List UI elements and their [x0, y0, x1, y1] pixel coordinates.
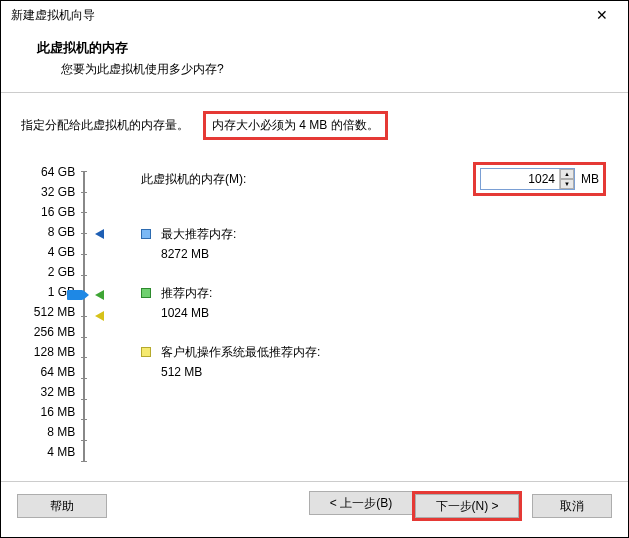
close-button[interactable]: ✕: [584, 3, 620, 27]
right-column: 此虚拟机的内存(M): ▲ ▼ MB: [141, 162, 608, 462]
min-rec-value: 512 MB: [161, 365, 320, 379]
ruler-label: 32 GB: [21, 182, 75, 202]
ruler-label: 16 GB: [21, 202, 75, 222]
ruler-label: 16 MB: [21, 402, 75, 422]
max-marker-icon: [95, 229, 104, 239]
next-button[interactable]: 下一步(N) >: [415, 494, 519, 518]
max-rec-text: 最大推荐内存: 8272 MB: [161, 226, 236, 261]
rec-marker-icon: [95, 290, 104, 300]
ruler-label: 32 MB: [21, 382, 75, 402]
footer: 帮助 < 上一步(B) 下一步(N) > 取消: [1, 481, 628, 537]
next-button-highlight: 下一步(N) >: [412, 491, 522, 521]
max-rec-label: 最大推荐内存:: [161, 226, 236, 243]
memory-unit-label: MB: [581, 172, 599, 186]
ruler-label: 256 MB: [21, 322, 75, 342]
ruler-label: 64 MB: [21, 362, 75, 382]
memory-input[interactable]: [481, 169, 559, 189]
memory-spinner: ▲ ▼: [559, 169, 574, 189]
ruler-label: 4 MB: [21, 442, 75, 462]
instruction-prefix: 指定分配给此虚拟机的内存量。: [21, 117, 189, 134]
instruction-highlight: 内存大小必须为 4 MB 的倍数。: [203, 111, 388, 140]
content-area: 指定分配给此虚拟机的内存量。 内存大小必须为 4 MB 的倍数。 64 GB 3…: [1, 93, 628, 473]
cancel-button[interactable]: 取消: [532, 494, 612, 518]
footer-right: < 上一步(B) 下一步(N) > 取消: [309, 491, 612, 521]
green-box-icon: [141, 288, 151, 298]
rec-rec-text: 推荐内存: 1024 MB: [161, 285, 212, 320]
ruler-label: 64 GB: [21, 162, 75, 182]
ruler-label: 512 MB: [21, 302, 75, 322]
rec-rec-label: 推荐内存:: [161, 285, 212, 302]
instruction-row: 指定分配给此虚拟机的内存量。 内存大小必须为 4 MB 的倍数。: [21, 111, 608, 140]
max-recommendation: 最大推荐内存: 8272 MB: [141, 226, 608, 261]
help-button[interactable]: 帮助: [17, 494, 107, 518]
main-area: 64 GB 32 GB 16 GB 8 GB 4 GB 2 GB 1 GB 51…: [21, 162, 608, 462]
ruler-label: 8 MB: [21, 422, 75, 442]
ruler-label: 4 GB: [21, 242, 75, 262]
ruler-label: 128 MB: [21, 342, 75, 362]
memory-input-highlight: ▲ ▼ MB: [473, 162, 606, 196]
slider-thumb[interactable]: [67, 290, 83, 300]
max-rec-value: 8272 MB: [161, 247, 236, 261]
ruler-labels: 64 GB 32 GB 16 GB 8 GB 4 GB 2 GB 1 GB 51…: [21, 162, 75, 452]
min-marker-icon: [95, 311, 104, 321]
spin-down-button[interactable]: ▼: [560, 179, 574, 189]
rec-recommendation: 推荐内存: 1024 MB: [141, 285, 608, 320]
spin-up-button[interactable]: ▲: [560, 169, 574, 179]
nav-buttons: < 上一步(B) 下一步(N) >: [309, 491, 522, 521]
ruler-label: 8 GB: [21, 222, 75, 242]
window-title: 新建虚拟机向导: [11, 7, 95, 24]
min-rec-text: 客户机操作系统最低推荐内存: 512 MB: [161, 344, 320, 379]
footer-divider: [1, 481, 628, 482]
rec-rec-value: 1024 MB: [161, 306, 212, 320]
marker-column: [87, 171, 111, 461]
page-subtitle: 您要为此虚拟机使用多少内存?: [37, 61, 610, 78]
min-recommendation: 客户机操作系统最低推荐内存: 512 MB: [141, 344, 608, 379]
yellow-box-icon: [141, 347, 151, 357]
memory-input-row: 此虚拟机的内存(M): ▲ ▼ MB: [141, 162, 608, 196]
min-rec-label: 客户机操作系统最低推荐内存:: [161, 344, 320, 361]
titlebar: 新建虚拟机向导 ✕: [1, 1, 628, 29]
memory-ruler[interactable]: 64 GB 32 GB 16 GB 8 GB 4 GB 2 GB 1 GB 51…: [21, 162, 111, 462]
memory-input-box: ▲ ▼: [480, 168, 575, 190]
ruler-label: 2 GB: [21, 262, 75, 282]
back-button[interactable]: < 上一步(B): [309, 491, 413, 515]
blue-box-icon: [141, 229, 151, 239]
close-icon: ✕: [596, 7, 608, 23]
memory-input-label: 此虚拟机的内存(M):: [141, 171, 246, 188]
wizard-window: 新建虚拟机向导 ✕ 此虚拟机的内存 您要为此虚拟机使用多少内存? 指定分配给此虚…: [0, 0, 629, 538]
page-title: 此虚拟机的内存: [37, 39, 610, 57]
wizard-header: 此虚拟机的内存 您要为此虚拟机使用多少内存?: [1, 29, 628, 92]
